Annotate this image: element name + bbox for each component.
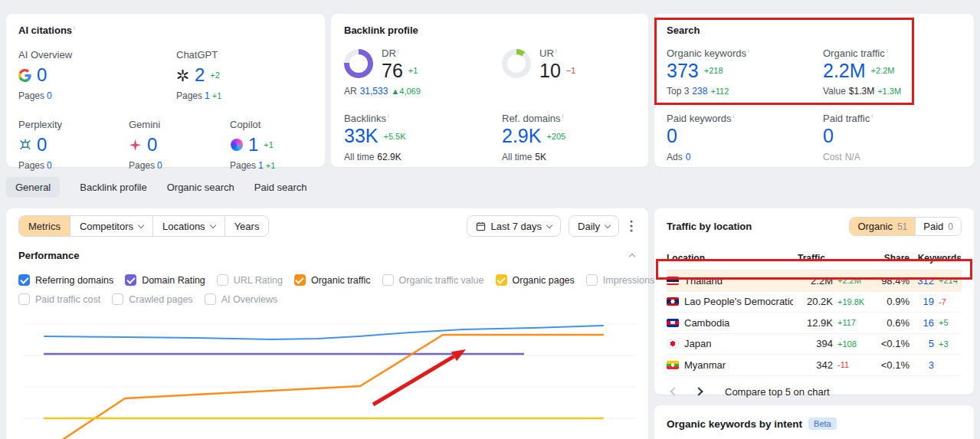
table-header: Location Traffic Share Keywords	[667, 253, 962, 270]
compare-top5-link[interactable]: Compare top 5 on chart	[725, 386, 830, 398]
tab-general[interactable]: General	[6, 177, 60, 198]
ai-citations-card: AI citationsi AI Overview 0 Pages0 ChatG…	[6, 14, 325, 167]
table-row-la[interactable]: Lao People's Democratic Reput20.2K+19.8K…	[667, 292, 962, 313]
share-value: <0.1%	[876, 338, 910, 349]
pages-count[interactable]: 0	[157, 160, 162, 171]
flag-th-icon	[667, 277, 679, 285]
section-tabs: General Backlink profile Organic search …	[6, 177, 307, 198]
domain-rating-donut	[344, 49, 373, 78]
keywords-count[interactable]: 19	[914, 296, 934, 307]
location-name: Lao People's Democratic Reput	[684, 296, 793, 307]
keywords-count[interactable]: 3	[914, 359, 934, 371]
traffic-value: 20.2K	[798, 296, 833, 307]
ai-item-perplexity: Perplexity 0 Pages0	[18, 119, 129, 171]
search-card: Search Organic keywordsi 373+218 Top 323…	[654, 14, 974, 167]
keywords-count[interactable]: 16	[914, 317, 934, 329]
tab-paid-search[interactable]: Paid search	[254, 177, 307, 198]
pages-count[interactable]: 1	[258, 160, 264, 171]
performance-panel: Metrics Competitors Locations Years Last…	[6, 208, 648, 439]
google-icon	[18, 69, 31, 82]
info-icon: i	[887, 48, 888, 54]
prev-page-chevron[interactable]	[670, 387, 678, 395]
info-icon: i	[733, 113, 735, 120]
location-name: Japan	[684, 338, 793, 349]
perplexity-icon	[18, 139, 31, 152]
gemini-icon	[129, 139, 142, 152]
toggle-organic[interactable]: Organic51	[850, 218, 915, 235]
location-name: Thailand	[684, 275, 793, 287]
ai-item-copilot: Copilot 1 +1 Pages1+1	[230, 119, 313, 171]
dr-value: 76	[382, 60, 403, 82]
chart-line-referring-domains	[44, 326, 603, 339]
share-value: 98.4%	[876, 275, 910, 287]
flag-mm-icon	[667, 361, 679, 369]
paid-keywords-value[interactable]: 0	[667, 125, 677, 147]
beta-badge: Beta	[808, 418, 837, 430]
copilot-icon	[230, 139, 243, 152]
traffic-value: 2.2M	[798, 275, 833, 287]
next-page-chevron[interactable]	[694, 387, 703, 395]
chatgpt-icon	[176, 69, 189, 82]
organic-traffic-value[interactable]: 2.2M	[823, 60, 866, 82]
performance-chart	[6, 208, 648, 439]
metric-value[interactable]: 2	[195, 64, 205, 86]
keywords-by-intent-panel: Organic keywords by intent Beta	[654, 405, 974, 439]
info-icon: i	[748, 48, 749, 54]
organic-paid-toggle: Organic51 Paid0	[849, 217, 962, 236]
pages-count[interactable]: 0	[47, 160, 52, 171]
info-icon: i	[562, 113, 564, 120]
share-value: 0.6%	[876, 317, 910, 329]
table-row-jp[interactable]: Japan394+108<0.1%5+3	[667, 334, 962, 355]
info-icon: i	[74, 25, 75, 31]
flag-jp-icon	[667, 339, 679, 348]
table-row-kh[interactable]: Cambodia12.9K+1170.6%16+5	[667, 313, 962, 334]
ar-value[interactable]: 31,533	[360, 86, 388, 97]
ur-value: 10	[539, 60, 561, 82]
table-body: Thailand2.2M+2.2M98.4%312+214Lao People'…	[667, 270, 962, 376]
url-rating-donut	[502, 49, 531, 78]
info-icon: i	[398, 48, 399, 54]
metric-value[interactable]: 0	[147, 134, 157, 156]
share-value: 0.9%	[876, 296, 910, 307]
organic-keywords-value[interactable]: 373	[667, 60, 699, 82]
traffic-value: 394	[798, 338, 833, 349]
paid-traffic-value[interactable]: 0	[823, 125, 834, 147]
keywords-by-intent-title: Organic keywords by intent	[667, 418, 802, 430]
info-icon: i	[871, 113, 873, 120]
traffic-by-location-panel: Traffic by location Organic51 Paid0 Loca…	[654, 208, 974, 395]
pages-count[interactable]: 1	[205, 90, 210, 101]
metric-value[interactable]: 0	[37, 64, 47, 86]
backlink-profile-card: Backlink profile DRi 76+1 AR31,533▲4,069…	[331, 14, 648, 167]
metric-value[interactable]: 1	[248, 134, 258, 156]
location-name: Cambodia	[684, 317, 793, 329]
ai-citations-title: AI citationsi	[18, 25, 313, 36]
toggle-paid[interactable]: Paid0	[915, 218, 961, 235]
keywords-count[interactable]: 5	[914, 338, 934, 349]
info-icon: i	[388, 113, 389, 120]
backlinks-value[interactable]: 33K	[344, 125, 378, 147]
metric-value[interactable]: 0	[37, 134, 47, 156]
ref-domains-value[interactable]: 2.9K	[502, 125, 541, 147]
location-name: Myanmar	[684, 359, 793, 371]
backlink-profile-title: Backlink profile	[344, 25, 635, 36]
ai-item-chatgpt: ChatGPT 2 +2 Pages1+1	[176, 49, 313, 101]
info-icon: i	[556, 48, 557, 54]
flag-kh-icon	[667, 319, 679, 327]
search-title: Search	[667, 25, 962, 36]
traffic-value: 342	[798, 359, 833, 371]
table-row-mm[interactable]: Myanmar342-11<0.1%3	[667, 355, 962, 376]
ai-item-gemini: Gemini 0 Pages0	[129, 119, 230, 171]
table-row-th[interactable]: Thailand2.2M+2.2M98.4%312+214	[667, 270, 962, 292]
traffic-value: 12.9K	[798, 317, 833, 329]
tab-backlink-profile[interactable]: Backlink profile	[80, 177, 146, 198]
share-value: <0.1%	[876, 359, 910, 371]
tab-organic-search[interactable]: Organic search	[167, 177, 234, 198]
traffic-by-location-title: Traffic by location	[667, 221, 752, 232]
flag-la-icon	[667, 297, 679, 306]
ai-item-ai-overview: AI Overview 0 Pages0	[18, 49, 176, 101]
pages-count[interactable]: 0	[47, 90, 52, 101]
keywords-count[interactable]: 312	[914, 275, 934, 287]
